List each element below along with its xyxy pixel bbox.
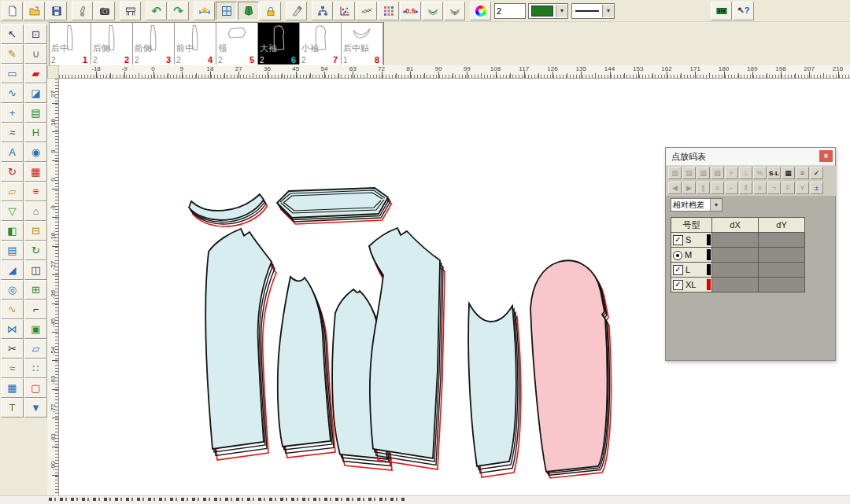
snapshot-button[interactable] [94,2,115,20]
size-checkbox[interactable]: ✓ [673,280,683,290]
cell-M-dX[interactable] [712,248,759,263]
cell-S-dX[interactable] [712,233,759,248]
curve-seam-button[interactable] [422,2,443,20]
grid-view-button[interactable]: ▦ [782,167,795,179]
grid-piece-tool[interactable]: ▦ [24,162,47,182]
even-rows-button[interactable]: ≡ [711,182,724,194]
pattern-window-button[interactable] [216,2,237,20]
piece-selector-cell-5[interactable]: 领25 [216,23,258,64]
piece-selector-cell-7[interactable]: 小袖27 [300,23,342,64]
big-sleeve-piece[interactable] [530,260,612,478]
even-rows2-button[interactable]: ≡ [753,182,767,194]
spec-piece-tool[interactable]: ▤ [24,103,47,123]
corner-copy-button[interactable]: ⌐ [725,182,738,194]
curve-tool[interactable]: ∿ [1,83,24,103]
film-button[interactable] [711,2,732,20]
fill-color-select[interactable]: ▼ [528,3,568,19]
plotter-button[interactable] [120,2,141,20]
next-size-button[interactable]: ▶ [682,182,696,194]
measure-button[interactable] [194,2,215,20]
equalize-x-button[interactable]: ⊦ [725,167,738,179]
eraser-tool[interactable]: ▱ [1,182,24,201]
front-center-piece[interactable] [369,228,445,469]
cell-L-dX[interactable] [712,263,759,278]
frame-tool[interactable]: ▦ [1,378,24,398]
help-button[interactable]: ↖? [733,2,754,20]
swap-xy-button[interactable]: % [753,167,767,179]
select-tool[interactable]: ↖ [1,24,24,44]
chevron-down-icon[interactable]: ▼ [602,5,614,17]
tsquare-tool[interactable]: T [1,398,24,418]
piece-selector-cell-2[interactable]: 后侧22 [91,23,133,64]
cell-L-dY[interactable] [759,263,805,278]
undo-button[interactable]: ↶ [146,2,167,20]
rectangle-tool[interactable]: ▭ [1,64,24,83]
copy-piece-tool[interactable]: ▣ [24,319,47,339]
grading-window-titlebar[interactable]: 点放码表 × [666,148,835,166]
copy-button[interactable]: ▥ [668,167,682,179]
lock-piece-button[interactable] [260,2,281,20]
even-columns-button[interactable]: ∥ [697,182,710,194]
blue-piece-tool[interactable]: ◪ [24,83,47,103]
piece-selector-cell-4[interactable]: 前中24 [175,23,216,64]
new-file-button[interactable] [2,2,23,20]
line-style-select[interactable]: ▼ [571,3,615,19]
size-range-button[interactable]: S-L [767,167,781,179]
piece-selector-cell-1[interactable]: 后中21 [50,23,91,64]
piece-selector-cell-6[interactable]: 大袖26 [258,23,300,64]
corner-copy2-button[interactable]: ¬ [767,182,781,194]
stripe-piece-tool[interactable]: ≡ [24,182,47,201]
list-view-button[interactable]: ≡ [796,167,809,179]
half-step-button[interactable]: ◂0.5▸ [400,2,421,20]
piece-selector-cell-8[interactable]: 后中贴18 [342,23,383,64]
brush-button[interactable] [286,2,307,20]
corner-tool[interactable]: ⌐ [24,300,47,319]
back-facing-piece[interactable] [277,188,392,224]
piece-shield-button[interactable] [238,2,259,20]
back-side-piece[interactable] [278,277,335,458]
clear-x-button[interactable]: F [782,182,795,194]
scatter-chart-button[interactable] [334,2,355,20]
curve-notch-button[interactable] [444,2,465,20]
mirror-tool[interactable]: ⋈ [1,319,24,339]
pleat-tool[interactable]: ▤ [1,241,24,260]
clear-y-button[interactable]: Y [796,182,809,194]
color-wheel-button[interactable] [470,2,491,20]
wave-tool[interactable]: ∿ [1,300,24,319]
grade-mode-select[interactable]: 相对档差 ▼ [671,198,722,212]
ibeam-tool[interactable]: H [24,123,47,142]
chevron-down-icon[interactable]: ▼ [710,199,722,211]
dart-tool[interactable]: ▽ [1,201,24,221]
line-width-input[interactable] [494,3,526,19]
add-color-button[interactable]: ± [810,182,823,194]
point-tool[interactable]: + [1,103,24,123]
flowchart-button[interactable] [312,2,333,20]
save-file-button[interactable] [46,2,67,20]
pair-columns-button[interactable]: ‖ [739,182,752,194]
stitch-tool[interactable]: ≈ [1,359,24,378]
size-checkbox[interactable]: ✓ [673,265,683,275]
piece-selector-cell-3[interactable]: 前侧23 [133,23,175,64]
scissors-tool[interactable]: ✂ [1,339,24,359]
button-tool[interactable]: ◉ [24,142,47,162]
chevron-down-icon[interactable]: ▼ [556,5,567,17]
node-select-tool[interactable]: ⊡ [24,24,47,44]
close-icon[interactable]: × [819,150,833,162]
fan-pleat-tool[interactable]: ◢ [1,260,24,280]
rotate-piece-tool[interactable]: ↻ [24,241,47,260]
copy-dy-button[interactable]: ▨ [711,167,724,179]
glue-tool-button[interactable] [72,2,93,20]
small-sleeve-piece[interactable] [468,304,521,477]
notch-piece-tool[interactable]: ▱ [24,339,47,359]
dashed-piece-tool[interactable]: ▢ [24,378,47,398]
grading-table-window[interactable]: 点放码表 × ▥▤▧▨⊦⊥%S-L▦≡✓ ◀▶∥≡⌐‖≡¬FY± 相对档差 ▼ … [665,147,836,361]
curtain-tool[interactable]: ▼ [24,398,47,418]
back-center-piece[interactable] [205,229,276,460]
redo-button[interactable]: ↷ [168,2,189,20]
text-tool[interactable]: A [1,142,24,162]
grid-chart-button[interactable] [378,2,399,20]
merge-piece-tool[interactable]: ◫ [24,260,47,280]
cell-S-dY[interactable] [759,233,805,248]
size-radio[interactable] [673,251,682,260]
equalize-y-button[interactable]: ⊥ [739,167,752,179]
